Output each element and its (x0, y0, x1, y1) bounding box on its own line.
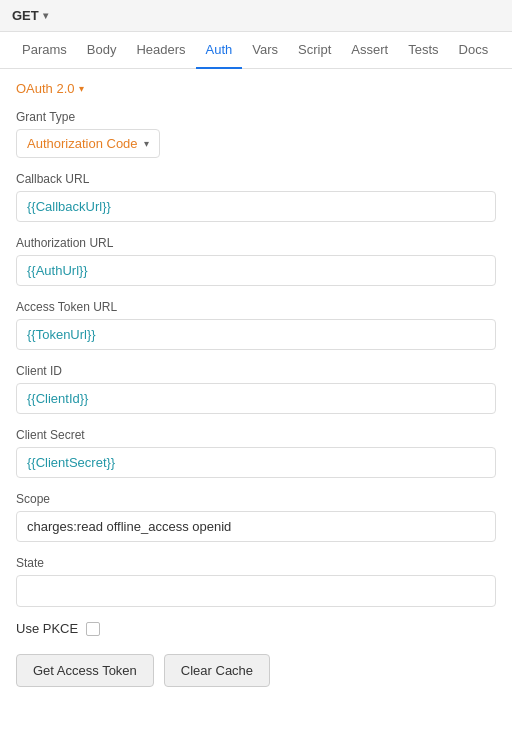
bottom-actions: Get Access Token Clear Cache (16, 654, 496, 687)
grant-type-chevron-icon: ▾ (144, 138, 149, 149)
get-access-token-button[interactable]: Get Access Token (16, 654, 154, 687)
scope-label: Scope (16, 492, 496, 506)
tab-tests[interactable]: Tests (398, 32, 448, 69)
auth-url-label: Authorization URL (16, 236, 496, 250)
use-pkce-row: Use PKCE (16, 621, 496, 636)
method-label: GET (12, 8, 39, 23)
token-url-label: Access Token URL (16, 300, 496, 314)
oauth-label: OAuth 2.0 (16, 81, 75, 96)
method-chevron-icon: ▾ (43, 10, 48, 21)
callback-url-label: Callback URL (16, 172, 496, 186)
callback-url-group: Callback URL (16, 172, 496, 222)
clear-cache-button[interactable]: Clear Cache (164, 654, 270, 687)
callback-url-input[interactable] (16, 191, 496, 222)
state-group: State (16, 556, 496, 607)
client-secret-group: Client Secret (16, 428, 496, 478)
auth-content: OAuth 2.0 ▾ Grant Type Authorization Cod… (0, 69, 512, 699)
token-url-input[interactable] (16, 319, 496, 350)
grant-type-value: Authorization Code (27, 136, 138, 151)
use-pkce-checkbox[interactable] (86, 622, 100, 636)
auth-url-input[interactable] (16, 255, 496, 286)
scope-group: Scope (16, 492, 496, 542)
method-bar: GET ▾ (0, 0, 512, 32)
oauth-selector[interactable]: OAuth 2.0 ▾ (16, 81, 496, 96)
client-id-label: Client ID (16, 364, 496, 378)
tab-auth[interactable]: Auth (196, 32, 243, 69)
tab-docs[interactable]: Docs (449, 32, 499, 69)
grant-type-label: Grant Type (16, 110, 496, 124)
tab-headers[interactable]: Headers (126, 32, 195, 69)
grant-type-group: Grant Type Authorization Code ▾ (16, 110, 496, 158)
tab-body[interactable]: Body (77, 32, 127, 69)
tab-script[interactable]: Script (288, 32, 341, 69)
tabs-bar: Params Body Headers Auth Vars Script Ass… (0, 32, 512, 69)
client-secret-label: Client Secret (16, 428, 496, 442)
client-id-group: Client ID (16, 364, 496, 414)
method-selector[interactable]: GET ▾ (12, 8, 48, 23)
use-pkce-label: Use PKCE (16, 621, 78, 636)
tab-assert[interactable]: Assert (341, 32, 398, 69)
grant-type-button[interactable]: Authorization Code ▾ (16, 129, 160, 158)
client-id-input[interactable] (16, 383, 496, 414)
tab-params[interactable]: Params (12, 32, 77, 69)
token-url-group: Access Token URL (16, 300, 496, 350)
oauth-chevron-icon: ▾ (79, 83, 84, 94)
scope-input[interactable] (16, 511, 496, 542)
tab-vars[interactable]: Vars (242, 32, 288, 69)
auth-url-group: Authorization URL (16, 236, 496, 286)
state-input[interactable] (16, 575, 496, 607)
state-label: State (16, 556, 496, 570)
client-secret-input[interactable] (16, 447, 496, 478)
